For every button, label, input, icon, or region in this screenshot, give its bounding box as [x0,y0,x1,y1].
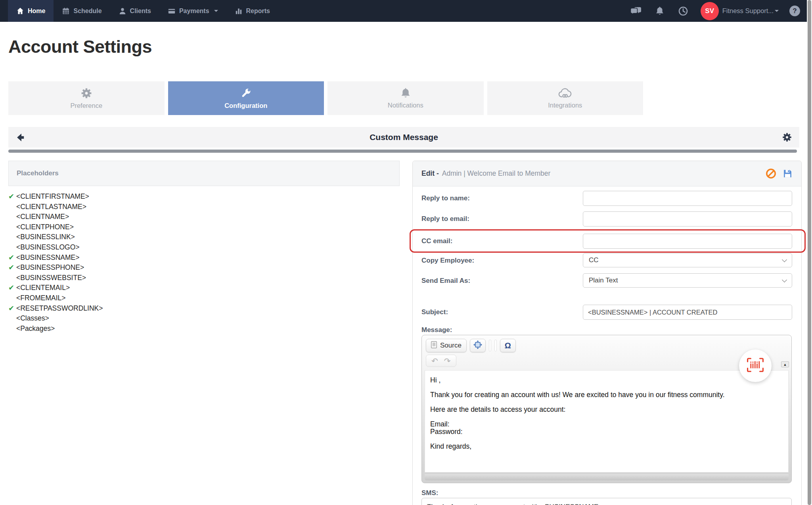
redo-icon[interactable]: ↷ [444,357,451,365]
nav-item-reports[interactable]: Reports [226,0,278,22]
nav-item-payments[interactable]: Payments [159,0,226,22]
send-email-as-value: Plain Text [589,277,618,284]
check-icon [8,232,16,242]
check-icon [8,212,16,222]
message-paragraph: Thank you for creating an account with u… [430,391,783,399]
placeholders-panel: Placeholders ✔<CLIENTFIRSTNAME> <CLIENTL… [8,161,400,334]
collapse-toolbar-button[interactable]: ▲ [781,361,789,367]
placeholder-label: <RESETPASSWORDLINK> [16,303,103,314]
nav-item-label: Clients [130,8,151,15]
reply-to-name-input[interactable] [583,191,792,206]
barcode-icon [747,358,764,374]
placeholder-item[interactable]: ✔<RESETPASSWORDLINK> [8,303,400,314]
tab-integrations[interactable]: Integrations [487,81,643,115]
save-icon[interactable] [783,169,793,179]
placeholder-label: <FROMEMAIL> [16,293,65,303]
placeholder-item[interactable]: <Packages> [8,324,400,334]
editor-toolbar: Source Ω [426,339,516,352]
placeholder-label: <BUSINSSWEBSITE> [16,273,86,283]
chevron-down-icon [214,10,218,12]
placeholder-item[interactable]: ✔<CLIENTFIRSTNAME> [8,192,400,202]
edit-panel-header: Edit - Admin | Welcome Email to Member [413,161,801,186]
tab-configuration[interactable]: Configuration [168,81,324,115]
check-icon: ✔ [8,303,16,314]
cloud-link-icon [558,88,572,99]
placeholder-item[interactable]: <CLIENTPHONE> [8,222,400,232]
header-actions [766,168,793,179]
cc-email-input[interactable] [583,234,792,249]
placeholder-label: <BUSINESSPHONE> [16,263,84,273]
clock-icon[interactable] [671,6,695,16]
reply-to-name-row: Reply to name: [421,191,792,206]
tab-preference[interactable]: Preference [8,81,165,115]
check-icon [8,222,16,232]
placeholder-label: <BUSINESSLOGO> [16,242,80,253]
collapse-triangle-icon: ▲ [783,363,787,367]
placeholder-item[interactable]: <BUSINESSLINK> [8,232,400,242]
placeholder-item[interactable]: ✔<BUSINESSPHONE> [8,263,400,273]
tab-label: Configuration [224,102,267,109]
tab-notifications[interactable]: Notifications [327,81,484,115]
placeholder-item[interactable]: <CLIENTLASTNAME> [8,202,400,212]
nav-item-home[interactable]: Home [8,0,54,22]
send-email-as-select[interactable]: Plain Text [583,273,792,288]
undo-icon[interactable]: ↶ [431,357,438,365]
placeholder-label: <CLIENTFIRSTNAME> [16,192,89,202]
source-doc-icon [431,341,437,350]
placeholder-item[interactable]: ✔<BUSINESSNAME> [8,253,400,263]
maximize-icon [473,340,482,351]
message-body[interactable]: Hi , Thank you for creating an account w… [425,370,789,472]
bell-icon[interactable] [648,6,671,16]
omega-icon: Ω [505,341,511,350]
copy-employee-label: Copy Employee: [421,257,474,265]
edit-panel: Edit - Admin | Welcome Email to Member R… [412,161,802,505]
user-menu[interactable]: Fitness Support... [722,7,779,15]
placeholder-item[interactable]: <FROMEMAIL> [8,293,400,303]
bar-chart-icon [235,7,243,15]
back-arrow-icon[interactable] [16,132,27,142]
check-icon [8,324,16,334]
special-character-button[interactable]: Ω [500,339,516,352]
credit-card-icon [168,7,176,15]
message-paragraph: Hi , [430,376,783,384]
avatar[interactable]: SV [701,2,719,20]
source-button[interactable]: Source [426,339,467,352]
placeholder-item[interactable]: <BUSINESSLOGO> [8,242,400,253]
cancel-icon[interactable] [766,168,776,179]
toolbar-separator [489,340,491,351]
placeholder-item[interactable]: <CLIENTNAME> [8,212,400,222]
placeholder-label: <CLIENTPHONE> [16,222,74,232]
top-navbar: Home Schedule Clients Payments Reports [0,0,812,22]
placeholder-item[interactable]: <Classes> [8,313,400,324]
sms-textarea[interactable]: Thanks for creating your account with <B… [421,498,792,505]
check-icon: ✔ [8,192,16,202]
page-title: Account Settings [8,36,152,57]
vertical-scrollbar-thumb[interactable] [808,0,811,505]
placeholder-item[interactable]: <BUSINSSWEBSITE> [8,273,400,283]
copy-employee-select[interactable]: CC [583,253,792,267]
source-label: Source [440,342,462,349]
subject-label: Subject: [421,308,448,316]
placeholder-item[interactable]: ✔<CLIENTEMAIL> [8,283,400,293]
barcode-scan-widget[interactable] [739,349,772,382]
message-paragraph: Here are the details to access your acco… [430,406,783,413]
tab-label: Integrations [548,102,582,109]
horizontal-scrollbar[interactable] [8,150,797,153]
tab-label: Notifications [388,102,423,109]
maximize-button[interactable] [470,339,486,352]
vertical-scrollbar-track[interactable] [807,0,812,505]
nav-item-schedule[interactable]: Schedule [54,0,110,22]
section-bar: Custom Message [8,127,799,148]
nav-item-clients[interactable]: Clients [110,0,159,22]
placeholder-label: <CLIENTNAME> [16,212,69,222]
reply-to-email-input[interactable] [583,211,792,227]
send-email-as-label: Send Email As: [421,277,470,285]
copy-employee-row: Copy Employee: CC [421,253,792,268]
help-icon[interactable]: ? [789,6,800,16]
gear-icon[interactable] [782,132,792,142]
help-glyph: ? [793,7,797,15]
chat-icon[interactable] [624,7,648,15]
message-editor: Source Ω ↶ ↷ ▲ Hi , Thank y [421,335,792,483]
subject-input[interactable] [583,305,792,320]
placeholder-label: <Classes> [16,313,49,324]
